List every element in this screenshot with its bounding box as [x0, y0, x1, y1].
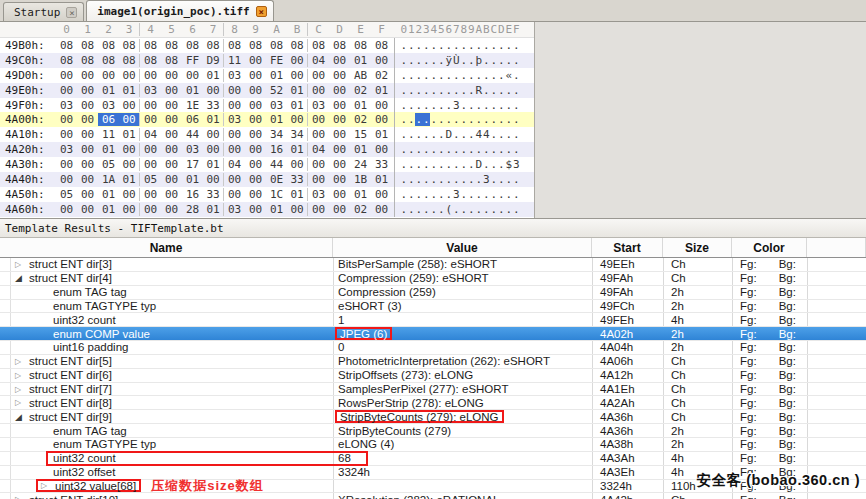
ascii-char[interactable]: . [445, 188, 453, 201]
column-header-size[interactable]: Size [663, 238, 732, 257]
hex-byte[interactable]: 00 [287, 113, 308, 126]
hex-byte[interactable]: 00 [224, 99, 245, 112]
hex-byte[interactable]: 00 [308, 203, 329, 216]
ascii-char[interactable]: . [453, 173, 461, 186]
ascii-char[interactable]: . [423, 84, 431, 97]
hex-byte[interactable]: 01 [266, 203, 287, 216]
hex-byte[interactable]: 01 [371, 173, 392, 186]
ascii-char[interactable]: . [490, 84, 498, 97]
template-row[interactable]: uint32 count149FEh4hFg:Bg: [0, 313, 866, 327]
ascii-char[interactable]: Ù [453, 54, 461, 67]
hex-byte[interactable]: 24 [350, 158, 371, 171]
hex-byte[interactable]: 1B [350, 173, 371, 186]
ascii-char[interactable]: . [430, 39, 438, 52]
hex-byte[interactable]: 01 [350, 143, 371, 156]
ascii-char[interactable]: . [483, 54, 491, 67]
ascii-char[interactable]: . [400, 84, 408, 97]
hex-byte[interactable]: 08 [140, 39, 161, 52]
ascii-char[interactable]: . [438, 128, 446, 141]
hex-byte[interactable]: 00 [329, 54, 350, 67]
ascii-char[interactable]: . [415, 99, 423, 112]
close-icon[interactable]: × [256, 6, 267, 17]
ascii-char[interactable]: . [423, 54, 431, 67]
hex-byte[interactable]: 08 [56, 54, 77, 67]
template-row[interactable]: enum TAGTYPE typeSHORT (3)49FCh2hFg:Bg: [0, 300, 866, 314]
hex-byte[interactable]: 00 [245, 203, 266, 216]
hex-byte[interactable]: 00 [161, 113, 182, 126]
hex-byte[interactable]: 02 [350, 84, 371, 97]
column-header-color[interactable]: Color [732, 238, 807, 257]
hex-byte[interactable]: 44 [266, 158, 287, 171]
hex-byte[interactable]: 08 [56, 39, 77, 52]
template-row[interactable]: enum TAGTYPE typeLONG (4)4A38h2hFg:Bg: [0, 438, 866, 452]
hex-byte[interactable]: 08 [329, 39, 350, 52]
ascii-char[interactable]: . [408, 99, 416, 112]
ascii-char[interactable]: . [400, 158, 408, 171]
hex-byte[interactable]: 05 [140, 173, 161, 186]
hex-byte[interactable]: 01 [371, 84, 392, 97]
hex-byte[interactable]: 04 [140, 128, 161, 141]
ascii-char[interactable]: . [400, 54, 408, 67]
hex-byte[interactable]: 00 [161, 173, 182, 186]
ascii-char[interactable]: . [460, 128, 468, 141]
ascii-char[interactable]: . [408, 69, 416, 82]
ascii-char[interactable]: . [408, 203, 416, 216]
template-row[interactable]: ▷struct ENT dir[7]SamplesPerPixel (277):… [0, 383, 866, 397]
hex-byte[interactable]: 00 [77, 173, 98, 186]
hex-byte[interactable]: 03 [224, 69, 245, 82]
column-header-value[interactable]: Value [333, 238, 592, 257]
hex-byte[interactable]: 05 [98, 158, 119, 171]
ascii-char[interactable]: . [415, 203, 423, 216]
hex-byte[interactable]: 03 [224, 203, 245, 216]
ascii-char[interactable]: . [460, 84, 468, 97]
column-header-start[interactable]: Start [592, 238, 663, 257]
ascii-char[interactable]: . [438, 143, 446, 156]
ascii-char[interactable]: . [423, 143, 431, 156]
ascii-char[interactable]: . [483, 39, 491, 52]
hex-byte[interactable]: 00 [140, 99, 161, 112]
ascii-char[interactable]: . [423, 99, 431, 112]
hex-byte[interactable]: 08 [308, 39, 329, 52]
ascii-char[interactable]: . [460, 39, 468, 52]
ascii-char[interactable]: . [423, 203, 431, 216]
hex-byte[interactable]: 03 [140, 84, 161, 97]
hex-byte[interactable]: 08 [203, 39, 224, 52]
ascii-char[interactable]: . [475, 69, 483, 82]
hex-byte[interactable]: 04 [308, 143, 329, 156]
ascii-char[interactable]: . [475, 99, 483, 112]
hex-byte[interactable]: 00 [329, 173, 350, 186]
hex-byte[interactable]: 17 [182, 158, 203, 171]
ascii-char[interactable]: . [475, 113, 483, 126]
hex-byte[interactable]: 00 [119, 99, 140, 112]
ascii-char[interactable]: . [498, 158, 506, 171]
hex-byte[interactable]: 03 [308, 188, 329, 201]
hex-byte[interactable]: 00 [56, 128, 77, 141]
hex-byte[interactable]: 05 [56, 188, 77, 201]
expand-arrow-icon[interactable]: ▷ [15, 398, 29, 407]
hex-byte[interactable]: 00 [371, 113, 392, 126]
hex-byte[interactable]: 00 [140, 69, 161, 82]
hex-byte[interactable]: 00 [56, 203, 77, 216]
ascii-char[interactable]: . [423, 39, 431, 52]
hex-byte[interactable]: 00 [77, 188, 98, 201]
hex-byte[interactable]: 00 [287, 69, 308, 82]
ascii-char[interactable]: . [400, 143, 408, 156]
hex-byte[interactable]: 00 [161, 99, 182, 112]
hex-byte[interactable]: 33 [203, 99, 224, 112]
hex-byte[interactable]: 00 [245, 113, 266, 126]
ascii-char[interactable]: . [468, 84, 476, 97]
ascii-char[interactable]: . [415, 128, 423, 141]
hex-byte[interactable]: 03 [56, 99, 77, 112]
ascii-char[interactable]: . [490, 54, 498, 67]
hex-byte[interactable]: 06 [182, 113, 203, 126]
hex-byte[interactable]: 01 [98, 143, 119, 156]
ascii-char[interactable]: . [468, 158, 476, 171]
collapse-arrow-icon[interactable]: ◢ [15, 273, 29, 283]
ascii-char[interactable]: . [513, 203, 521, 216]
ascii-char[interactable]: . [468, 113, 476, 126]
hex-byte[interactable]: 00 [308, 128, 329, 141]
hex-byte[interactable]: 00 [308, 84, 329, 97]
hex-byte[interactable]: 00 [245, 69, 266, 82]
hex-byte[interactable]: D9 [203, 54, 224, 67]
hex-byte[interactable]: 08 [245, 39, 266, 52]
